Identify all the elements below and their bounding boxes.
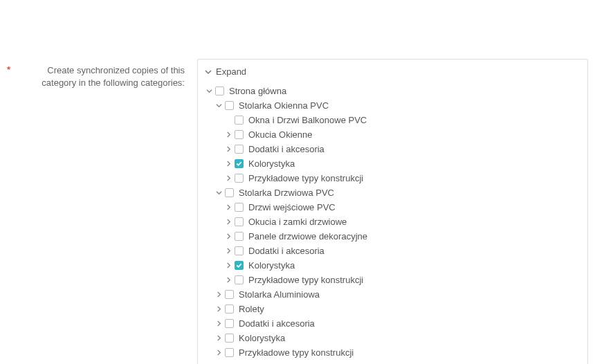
tree-node: Strona głównaStolarka Okienna PVCOkna i … bbox=[205, 84, 580, 360]
tree-node: Przykładowe typy konstrukcji bbox=[214, 345, 580, 360]
category-checkbox[interactable] bbox=[225, 348, 234, 357]
category-checkbox[interactable] bbox=[225, 290, 234, 299]
tree-node: Dodatki i akcesoria bbox=[224, 244, 580, 258]
category-checkbox[interactable] bbox=[235, 130, 244, 139]
tree-node-row: Okucia i zamki drzwiowe bbox=[224, 215, 580, 229]
category-checkbox[interactable] bbox=[235, 145, 244, 154]
category-label[interactable]: Panele drzwiowe dekoracyjne bbox=[248, 231, 367, 242]
tree-node: Stolarka Aluminiowa bbox=[214, 287, 580, 302]
chevron-down-icon[interactable] bbox=[214, 102, 223, 109]
chevron-right-icon[interactable] bbox=[214, 306, 223, 312]
category-tree-panel: Expand Strona głównaStolarka Okienna PVC… bbox=[197, 59, 588, 364]
category-checkbox[interactable] bbox=[225, 319, 234, 328]
category-checkbox[interactable] bbox=[225, 334, 234, 343]
chevron-right-icon[interactable] bbox=[224, 161, 232, 167]
category-checkbox[interactable] bbox=[235, 217, 244, 226]
chevron-right-icon[interactable] bbox=[224, 219, 232, 225]
tree-node: Kolorystyka bbox=[224, 156, 580, 171]
chevron-right-icon[interactable] bbox=[214, 320, 223, 327]
category-checkbox[interactable] bbox=[235, 174, 244, 183]
tree-node-row: Strona główna bbox=[205, 84, 580, 98]
category-label[interactable]: Przykładowe typy konstrukcji bbox=[248, 275, 363, 285]
chevron-right-icon[interactable] bbox=[224, 262, 232, 269]
category-label[interactable]: Kolorystyka bbox=[239, 333, 285, 343]
category-checkbox[interactable] bbox=[225, 188, 234, 197]
tree-children: Stolarka Okienna PVCOkna i Drzwi Balkono… bbox=[205, 98, 580, 360]
category-label[interactable]: Dodatki i akcesoria bbox=[248, 144, 324, 154]
category-checkbox[interactable] bbox=[235, 159, 244, 168]
tree-node: Kolorystyka bbox=[214, 331, 580, 345]
tree-node-row: Dodatki i akcesoria bbox=[214, 316, 580, 331]
tree-node-row: Panele drzwiowe dekoracyjne bbox=[224, 229, 580, 244]
chevron-right-icon[interactable] bbox=[214, 335, 223, 341]
category-label[interactable]: Dodatki i akcesoria bbox=[248, 246, 324, 256]
tree-node-row: Kolorystyka bbox=[214, 331, 580, 345]
tree-node: Rolety bbox=[214, 302, 580, 316]
category-checkbox[interactable] bbox=[235, 232, 244, 241]
category-label[interactable]: Drzwi wejściowe PVC bbox=[248, 202, 336, 212]
category-checkbox[interactable] bbox=[235, 246, 244, 255]
tree-node: Panele drzwiowe dekoracyjne bbox=[224, 229, 580, 244]
tree-node-row: Przykładowe typy konstrukcji bbox=[224, 171, 580, 185]
category-checkbox[interactable] bbox=[215, 87, 224, 95]
chevron-right-icon[interactable] bbox=[224, 131, 232, 138]
chevron-right-icon[interactable] bbox=[224, 248, 232, 254]
category-checkbox[interactable] bbox=[235, 116, 244, 125]
tree-node-row: Dodatki i akcesoria bbox=[224, 244, 580, 258]
category-label[interactable]: Przykładowe typy konstrukcji bbox=[248, 173, 363, 183]
category-checkbox[interactable] bbox=[225, 101, 234, 110]
chevron-right-icon[interactable] bbox=[224, 175, 232, 181]
category-label[interactable]: Kolorystyka bbox=[248, 260, 295, 271]
chevron-down-icon[interactable] bbox=[214, 190, 223, 196]
category-label[interactable]: Stolarka Aluminiowa bbox=[239, 289, 320, 300]
chevron-down-icon[interactable] bbox=[205, 88, 213, 94]
chevron-right-icon[interactable] bbox=[224, 233, 232, 239]
tree-node-row: Kolorystyka bbox=[224, 156, 580, 171]
category-label[interactable]: Dodatki i akcesoria bbox=[239, 318, 315, 329]
tree-node: Okna i Drzwi Balkonowe PVC bbox=[224, 113, 580, 127]
tree-node-row: Przykładowe typy konstrukcji bbox=[224, 273, 580, 287]
tree-node-row: Stolarka Aluminiowa bbox=[214, 287, 580, 302]
category-checkbox[interactable] bbox=[225, 304, 234, 313]
chevron-right-icon[interactable] bbox=[214, 349, 223, 356]
tree-node: Przykładowe typy konstrukcji bbox=[224, 273, 580, 287]
tree-children: Drzwi wejściowe PVCOkucia i zamki drzwio… bbox=[214, 200, 580, 287]
tree-node: Dodatki i akcesoria bbox=[224, 142, 580, 156]
category-label[interactable]: Przykładowe typy konstrukcji bbox=[239, 347, 354, 358]
tree-node-row: Okna i Drzwi Balkonowe PVC bbox=[224, 113, 580, 127]
category-checkbox[interactable] bbox=[235, 261, 244, 270]
chevron-right-icon[interactable] bbox=[214, 291, 223, 298]
tree-node: Drzwi wejściowe PVC bbox=[224, 200, 580, 215]
field-label-column: * Create synchronized copies of this cat… bbox=[7, 59, 197, 364]
category-label[interactable]: Stolarka Okienna PVC bbox=[239, 100, 329, 111]
tree-node: Okucia Okienne bbox=[224, 127, 580, 142]
tree-node-row: Przykładowe typy konstrukcji bbox=[214, 345, 580, 360]
category-checkbox[interactable] bbox=[235, 275, 244, 284]
tree-node: Kolorystyka bbox=[224, 258, 580, 273]
tree-node-row: Drzwi wejściowe PVC bbox=[224, 200, 580, 215]
tree-node: Dodatki i akcesoria bbox=[214, 316, 580, 331]
category-label[interactable]: Okna i Drzwi Balkonowe PVC bbox=[248, 115, 367, 125]
expand-label: Expand bbox=[216, 66, 246, 77]
expand-toggle[interactable]: Expand bbox=[205, 65, 580, 81]
chevron-right-icon[interactable] bbox=[224, 146, 232, 152]
category-tree: Strona głównaStolarka Okienna PVCOkna i … bbox=[205, 81, 580, 360]
tree-node-row: Stolarka Okienna PVC bbox=[214, 98, 580, 113]
category-label[interactable]: Kolorystyka bbox=[248, 158, 295, 169]
category-label[interactable]: Rolety bbox=[239, 304, 264, 314]
field-label: Create synchronized copies of this categ… bbox=[15, 64, 185, 89]
category-label[interactable]: Stolarka Drzwiowa PVC bbox=[239, 188, 334, 198]
category-checkbox[interactable] bbox=[235, 203, 244, 212]
chevron-right-icon[interactable] bbox=[224, 204, 232, 210]
chevron-down-icon bbox=[205, 69, 212, 75]
category-label[interactable]: Strona główna bbox=[229, 86, 286, 96]
category-label[interactable]: Okucia Okienne bbox=[248, 129, 313, 140]
category-label[interactable]: Okucia i zamki drzwiowe bbox=[248, 217, 347, 227]
chevron-right-icon[interactable] bbox=[224, 277, 232, 283]
tree-node-row: Stolarka Drzwiowa PVC bbox=[214, 185, 580, 200]
tree-node: Stolarka Okienna PVCOkna i Drzwi Balkono… bbox=[214, 98, 580, 185]
tree-node: Stolarka Drzwiowa PVCDrzwi wejściowe PVC… bbox=[214, 185, 580, 287]
required-asterisk: * bbox=[7, 64, 10, 75]
tree-node-row: Kolorystyka bbox=[224, 258, 580, 273]
tree-node: Przykładowe typy konstrukcji bbox=[224, 171, 580, 185]
